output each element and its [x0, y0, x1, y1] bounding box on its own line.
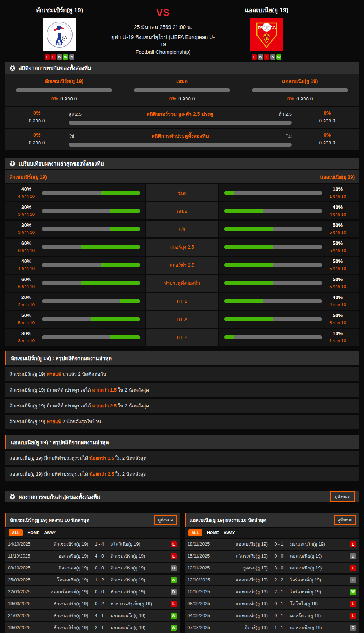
match-home-team: ลักเชมเบิร์ก(ยู 19): [36, 600, 91, 607]
match-result-row[interactable]: 25/03/2025โครเอเชีย(ยู 19)1 - 2ลักเชมเบิ…: [5, 575, 180, 585]
match-result-row[interactable]: 18/11/2025แอลเบเนีย(ยู 19)0 - 1มอนเตเนโก…: [185, 539, 359, 550]
away-bar: [224, 227, 323, 231]
comparison-stat-label: ทำประตูทั้งสองทีม: [146, 275, 218, 292]
match-result-row[interactable]: 22/03/2025เนเธอร์แลนด์(ยู 19)0 - 0ลักเชม…: [5, 586, 180, 597]
match-result-row[interactable]: 08/09/2025แอลเบเนีย(ยู 19)0 - 1โคโซโว(ยู…: [185, 598, 359, 609]
home-percent: 40%: [15, 258, 38, 264]
comparison-stat-label: สกอร์ต่ำ 2.5: [146, 257, 218, 274]
match-result-row[interactable]: 12/11/2025ยูเครน(ยู 19)3 - 0แอลเบเนีย(ยู…: [185, 563, 359, 573]
h2h-ou-left-stat: 0% 0 จาก 0: [5, 110, 69, 125]
comparison-home-cell: 50%5 จาก 10: [5, 311, 145, 328]
soccer-ball-icon: [9, 494, 16, 500]
comparison-away-cell: 50%5 จาก 10: [219, 221, 359, 237]
home-bar: [42, 281, 140, 285]
tab-away[interactable]: AWAY: [224, 531, 235, 535]
match-result-row[interactable]: 12/10/2025แอลเบเนีย(ยู 19)2 - 2ไอร์แลนด์…: [185, 575, 359, 585]
match-away-team: มอนเตเนโก(ยู 19): [287, 541, 350, 548]
tab-home[interactable]: HOME: [207, 531, 219, 535]
away-count: 5 จาก 10: [326, 265, 349, 272]
match-result-row[interactable]: 10/10/2025แอลเบเนีย(ยู 19)2 - 1ไอร์แลนด์…: [185, 586, 359, 597]
comparison-home-cell: 60%6 จาก 10: [5, 275, 145, 292]
match-result-row[interactable]: 11/10/2025ออสเตรีย(ยู 19)4 - 0ลักเชมเบิร…: [5, 551, 180, 562]
comparison-away-cell: 10%1 จาก 10: [219, 329, 359, 346]
h2h-columns-panel: ลักเชมเบิร์ก(ยู 19)0%0 จาก 0เสมอ0%0 จาก …: [5, 74, 359, 106]
match-home-team: แอลเบเนีย(ยู 19): [216, 612, 271, 619]
match-result-row[interactable]: 04/09/2025แอลเบเนีย(ยู 19)0 - 1มอลโดวา(ย…: [185, 610, 359, 621]
h2h-btts-right-stat: 0% 0 จาก 0: [295, 132, 359, 147]
home-stat: 40%4 จาก 10: [15, 186, 38, 200]
match-score: 2 - 1: [91, 625, 108, 630]
away-form-badges: LDLDW: [252, 54, 281, 60]
away-stat: 50%5 จาก 10: [326, 240, 349, 254]
comparison-row: 60%6 จาก 10สกอร์สูง 2.550%5 จาก 10: [5, 239, 359, 256]
match-result-row[interactable]: 08/10/2025อิสราเอล(ยู 19)0 - 0ลักเชมเบิร…: [5, 563, 180, 573]
match-date: 19/02/2025: [8, 625, 36, 630]
away-stat: 50%5 จาก 10: [326, 276, 349, 290]
results-tab-bar: ALLHOMEAWAY: [5, 528, 180, 538]
home-bar: [42, 227, 140, 231]
view-all-button[interactable]: ดูทั้งหมด: [330, 491, 355, 502]
tab-away[interactable]: AWAY: [44, 531, 55, 535]
flf-logo-text: FLF: [56, 41, 63, 46]
home-count: 3 จาก 10: [15, 211, 38, 218]
home-summary-header: ลักเชมเบิร์ก(ยู 19) : สรุปสถิติจากผลงานล…: [5, 351, 359, 365]
home-count: 6 จาก 10: [15, 283, 38, 290]
flf-crest-icon: FLF: [44, 19, 75, 50]
home-count: 5 จาก 10: [15, 319, 38, 326]
summary-keyword: พ่ายแพ้: [47, 419, 61, 424]
h2h-btts-right-count: 0 จาก 0: [295, 139, 359, 147]
summary-item: ลักเชมเบิร์ก(ยู 19) พ่ายแพ้ 2 นัดหลังสุด…: [5, 415, 359, 429]
match-result-badge: D: [350, 553, 356, 559]
away-count: 5 จาก 10: [326, 247, 349, 254]
view-all-button[interactable]: ดูทั้งหมด: [154, 515, 176, 525]
match-away-team: ไอร์แลนด์(ยู 19): [287, 588, 350, 595]
home-stat: 60%6 จาก 10: [15, 240, 38, 254]
match-home-team: แอลเบเนีย(ยู 19): [216, 600, 271, 607]
match-away-team: แอลเบเนีย(ยู 19): [287, 564, 350, 572]
home-stat: 60%6 จาก 10: [15, 276, 38, 290]
match-result-row[interactable]: 07/08/2025อิตาลี(ยู 19)1 - 1แอลเบเนีย(ยู…: [185, 622, 359, 633]
h2h-btts-left-stat: 0% 0 จาก 0: [5, 132, 69, 147]
match-result-badge: D: [171, 565, 177, 571]
match-date: 14/10/2025: [8, 542, 36, 547]
home-count: 4 จาก 10: [15, 265, 38, 272]
summary-keyword: พ่ายแพ้: [47, 371, 61, 377]
match-result-row[interactable]: 15/11/2025สโลวะเกีย(ยู 19)0 - 0แอลเบเนีย…: [185, 551, 359, 562]
tab-all[interactable]: ALL: [188, 529, 202, 536]
home-bar-fill: [110, 335, 140, 339]
home-stat: 50%5 จาก 10: [15, 313, 38, 326]
home-team-name: ลักเชมเบิร์ก(ยู 19): [36, 5, 83, 15]
match-home-team: ลักเชมเบิร์ก(ยู 19): [36, 624, 91, 631]
h2h-ou-right-count: 0 จาก 0: [295, 117, 359, 125]
match-result-row[interactable]: 19/02/2025ลักเชมเบิร์ก(ยู 19)2 - 1มอนเตเ…: [5, 622, 180, 633]
view-all-button[interactable]: ดูทั้งหมด: [334, 515, 356, 525]
match-result-row[interactable]: 14/10/2025ลักเชมเบิร์ก(ยู 19)1 - 4สโลวีเ…: [5, 539, 180, 550]
match-score: 1 - 2: [91, 577, 108, 582]
home-percent: 40%: [15, 186, 38, 192]
tab-home[interactable]: HOME: [27, 531, 39, 535]
match-result-badge: L: [171, 541, 177, 547]
away-percent: 40%: [326, 204, 349, 210]
match-result-badge: D: [350, 625, 356, 631]
h2h-column-label: แอลเบเนีย(ยู 19): [252, 77, 348, 85]
match-date: 15/11/2025: [188, 554, 216, 559]
away-percent: 10%: [326, 331, 349, 336]
match-result-badge: L: [171, 601, 177, 607]
away-team-logo: FS CG: [250, 18, 283, 51]
match-away-team: แอลเบเนีย(ยู 19): [287, 553, 350, 560]
match-result-row[interactable]: 19/03/2025ลักเชมเบิร์ก(ยู 19)0 - 2สาธารณ…: [5, 598, 180, 609]
match-result-badge: D: [171, 589, 177, 595]
match-result-row[interactable]: 21/02/2025ลักเชมเบิร์ก(ยู 19)4 - 1มอนเตเ…: [5, 610, 180, 621]
form-result-badge: L: [51, 54, 56, 60]
away-team-block: แอลเบเนีย(ยู 19) FS CG LDLDW: [216, 5, 317, 62]
home-team-block: ลักเชมเบิร์ก(ยู 19) FLF LLDWD: [9, 5, 110, 62]
comparison-home-team: ลักเชมเบิร์ก(ยู 19): [9, 173, 47, 181]
match-result-badge: L: [350, 613, 356, 619]
over-label: สูง 2.5: [69, 110, 82, 118]
competition-name: ยูฟ่า U-19 ชิงแชมป์ยุโรป (UEFA European …: [110, 34, 216, 56]
match-score: 1 - 1: [271, 625, 287, 630]
home-percent: 60%: [15, 276, 38, 282]
match-score: 0 - 1: [271, 542, 287, 547]
home-count: 3 จาก 10: [15, 229, 38, 236]
tab-all[interactable]: ALL: [9, 529, 23, 536]
